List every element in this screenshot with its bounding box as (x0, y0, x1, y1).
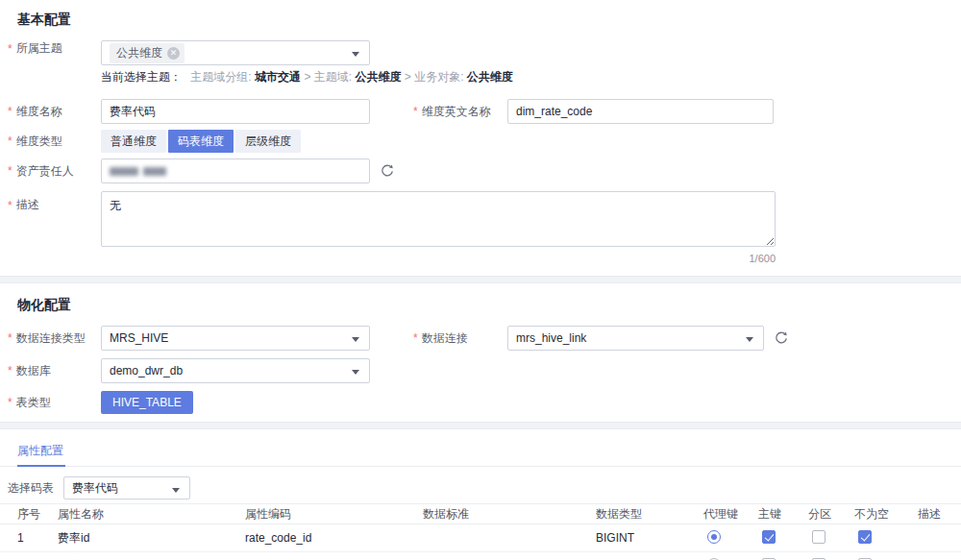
description-char-counter: 1/600 (101, 253, 776, 264)
chevron-down-icon (746, 337, 753, 342)
section-divider (0, 276, 961, 283)
table-type-label: * 表类型 (8, 395, 101, 411)
col-surrogate: 代理键 (703, 506, 758, 523)
col-name: 属性名称 (58, 506, 245, 523)
col-primary: 主键 (758, 506, 808, 523)
subject-row: * 所属主题 公共维度 ✕ 当前选择主题： 主题域分组: 城市交通 > 主题域: (8, 40, 961, 93)
dimension-edit-page: 基本配置 * 所属主题 公共维度 ✕ 当前选择主题： 主题域分组: 城市交通 > (0, 0, 961, 560)
table-type-button[interactable]: HIVE_TABLE (101, 391, 193, 414)
database-row: * 数据库 demo_dwr_db (8, 358, 961, 383)
not-null-checkbox[interactable] (858, 530, 872, 544)
conn-type-label: * 数据连接类型 (8, 330, 101, 347)
tag-close-icon[interactable]: ✕ (167, 47, 180, 60)
description-label: * 描述 (8, 197, 101, 213)
section-title-basic: 基本配置 (17, 12, 961, 29)
conn-select[interactable]: mrs_hive_link (507, 326, 764, 351)
required-mark: * (8, 42, 12, 56)
table-type-row: * 表类型 HIVE_TABLE (8, 391, 961, 414)
partition-checkbox[interactable] (812, 530, 825, 544)
database-label: * 数据库 (8, 363, 101, 379)
col-partition: 分区 (808, 506, 854, 523)
conn-type-select[interactable]: MRS_HIVE (101, 326, 370, 351)
conn-label: * 数据连接 (413, 330, 507, 347)
tab-attribute-config[interactable]: 属性配置 (17, 441, 65, 467)
dimension-en-name-input[interactable] (507, 99, 774, 124)
cell-code: rate_code_id (245, 531, 423, 545)
dimension-name-label: * 维度名称 (8, 104, 101, 120)
subject-select[interactable]: 公共维度 ✕ (101, 40, 370, 65)
type-option-hierarchy[interactable]: 层级维度 (235, 130, 301, 153)
col-no: 序号 (17, 506, 58, 523)
dimension-en-name-label: * 维度英文名称 (413, 104, 507, 120)
primary-key-checkbox[interactable] (762, 530, 776, 544)
attributes-table-header: 序号 属性名称 属性编码 数据标准 数据类型 代理键 主键 分区 不为空 描述 (0, 503, 961, 524)
dimension-type-label: * 维度类型 (8, 134, 101, 150)
cell-no: 1 (17, 531, 58, 545)
connection-row: * 数据连接类型 MRS_HIVE * 数据连接 mrs_hive_link (8, 326, 961, 351)
attributes-tabbar: 属性配置 (0, 441, 961, 467)
type-row: * 维度类型 普通维度 码表维度 层级维度 (8, 130, 961, 153)
asset-owner-input[interactable] (101, 158, 370, 183)
col-desc: 描述 (918, 506, 961, 523)
code-table-select[interactable]: 费率代码 (63, 476, 190, 499)
chevron-down-icon (172, 488, 180, 493)
description-row: * 描述 无 (8, 191, 961, 247)
subject-tag: 公共维度 ✕ (110, 43, 185, 63)
owner-value-redacted (110, 167, 166, 176)
owner-row: * 资产责任人 (8, 158, 961, 183)
type-option-normal[interactable]: 普通维度 (101, 130, 166, 153)
chevron-down-icon (352, 337, 359, 342)
code-table-row: 选择码表 费率代码 (8, 476, 961, 499)
refresh-owner-icon[interactable] (380, 163, 395, 179)
description-textarea[interactable]: 无 (101, 191, 776, 247)
refresh-connection-icon[interactable] (774, 330, 789, 346)
cell-datatype: BIGINT (596, 531, 703, 545)
surrogate-key-radio[interactable] (707, 530, 721, 544)
cell-name: 费率id (58, 530, 245, 547)
subject-label: * 所属主题 (8, 40, 101, 57)
asset-owner-label: * 资产责任人 (8, 163, 101, 180)
subject-tag-label: 公共维度 (116, 45, 162, 61)
chevron-down-icon (352, 52, 359, 57)
chevron-down-icon (352, 370, 359, 375)
name-row: * 维度名称 * 维度英文名称 (8, 99, 961, 124)
col-datatype: 数据类型 (596, 506, 703, 523)
section-title-materialization: 物化配置 (17, 297, 961, 314)
section-divider (0, 422, 961, 429)
database-select[interactable]: demo_dwr_db (101, 358, 370, 383)
dimension-type-switch: 普通维度 码表维度 层级维度 (101, 130, 301, 153)
dimension-name-input[interactable] (101, 99, 370, 124)
col-code: 属性编码 (245, 506, 423, 523)
table-row: 1 费率id rate_code_id BIGINT (0, 524, 961, 552)
current-subject-path: 当前选择主题： 主题域分组: 城市交通 > 主题域: 公共维度 > 业务对象: … (101, 69, 513, 85)
table-row: 2 费率说明 rate_code_value STRING (0, 552, 961, 560)
type-option-codetable[interactable]: 码表维度 (168, 130, 234, 153)
code-table-label: 选择码表 (8, 480, 54, 497)
col-notnull: 不为空 (854, 506, 918, 523)
col-standard: 数据标准 (423, 506, 596, 523)
